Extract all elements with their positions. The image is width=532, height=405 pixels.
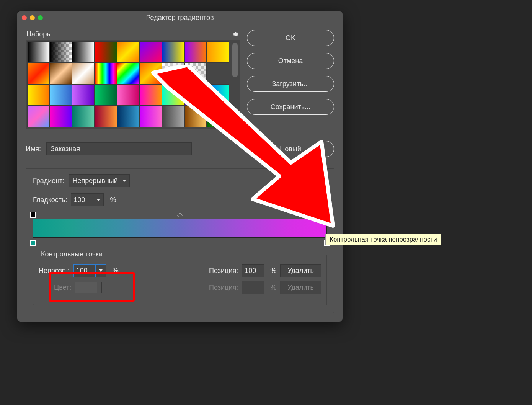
gradient-type-row: Градиент: Непрерывный [33,174,327,187]
preset-swatch[interactable] [50,84,72,106]
color-stop[interactable] [30,240,36,246]
gradient-type-label: Градиент: [33,177,65,185]
preset-swatch[interactable] [95,106,117,127]
traffic-lights [22,15,43,20]
preset-swatch[interactable] [27,106,50,127]
swatch-grid [27,41,229,128]
preset-swatch[interactable] [72,41,95,63]
position1-label: Позиция: [209,267,238,275]
ok-button[interactable]: OK [247,30,334,46]
gradient-editor-dialog: Редактор градиентов Наборы OK [17,11,343,322]
preset-swatch[interactable] [95,63,117,84]
minimize-window-button[interactable] [30,15,35,20]
preset-swatch[interactable] [162,84,184,106]
smoothness-suffix: % [110,196,116,204]
preset-swatch[interactable] [207,63,229,84]
smoothness-input[interactable] [71,193,93,206]
smoothness-stepper[interactable] [93,193,104,206]
preset-swatch[interactable] [139,106,162,127]
titlebar: Редактор градиентов [17,11,343,24]
color-swatch[interactable] [75,282,97,293]
position1-suffix: % [270,267,276,275]
gradient-bar-wrap [33,219,327,238]
position2-input[interactable] [242,281,264,294]
position2-suffix: % [270,284,276,292]
gradient-preview-bar[interactable] [33,219,327,238]
opacity-input-combo [73,264,106,277]
preset-swatch[interactable] [72,84,95,106]
opacity-label: Непрозр.: [39,267,70,275]
opacity-stepper[interactable] [96,264,106,277]
midpoint-diamond[interactable] [177,212,183,218]
preset-swatch[interactable] [27,63,50,84]
preset-swatch[interactable] [50,63,72,84]
close-window-button[interactable] [22,15,27,20]
preset-swatch[interactable] [27,84,50,106]
preset-swatch[interactable] [27,41,50,63]
load-button[interactable]: Загрузить... [247,76,334,92]
preset-swatch[interactable] [117,84,140,106]
opacity-stop[interactable] [30,212,36,218]
smoothness-label: Гладкость: [33,196,67,204]
stops-title: Контрольные точки [39,250,105,258]
color-label: Цвет: [54,284,71,292]
preset-swatch[interactable] [50,106,72,127]
presets-menu-button[interactable] [231,30,239,38]
preset-swatch[interactable] [162,63,184,84]
preset-swatch[interactable] [162,106,184,127]
opacity-stop[interactable] [324,212,330,218]
preset-swatch[interactable] [95,84,117,106]
opacity-input[interactable] [73,264,96,277]
preset-swatch[interactable] [162,41,184,63]
position1-input[interactable] [242,264,264,277]
preset-swatch[interactable] [50,41,72,63]
name-label: Имя: [26,145,41,153]
preset-swatch[interactable] [139,63,162,84]
action-buttons: OK Отмена Загрузить... Сохранить... [247,30,334,129]
preset-swatch[interactable] [184,41,207,63]
preset-swatch[interactable] [117,63,140,84]
preset-swatch[interactable] [117,41,140,63]
opacity-suffix: % [113,267,119,275]
new-button[interactable]: Новый [247,141,334,157]
preset-swatch[interactable] [117,106,140,127]
preset-swatch[interactable] [207,84,229,106]
smoothness-input-combo [71,193,104,206]
delete-opacity-stop-button[interactable]: Удалить [280,264,321,277]
preset-swatch[interactable] [139,41,162,63]
color-stepper[interactable] [101,282,102,293]
position2-label: Позиция: [209,284,238,292]
scrollbar-thumb[interactable] [232,43,238,77]
gradient-type-select[interactable]: Непрерывный [69,174,130,187]
gradient-name-input[interactable] [46,142,192,155]
preset-swatch[interactable] [184,84,207,106]
presets-section: Наборы [26,30,240,129]
chevron-down-icon [122,180,126,182]
gradient-panel: Градиент: Непрерывный Гладкость: % [26,168,334,313]
preset-swatch[interactable] [72,106,95,127]
smoothness-row: Гладкость: % [33,193,327,206]
save-button[interactable]: Сохранить... [247,99,334,115]
preset-swatch[interactable] [72,63,95,84]
color-stop-row: Цвет: Позиция: % Удалить [39,281,321,294]
gradient-type-value: Непрерывный [73,177,118,185]
preset-swatch[interactable] [207,106,229,127]
preset-swatch[interactable] [207,41,229,63]
opacity-stop-row: Непрозр.: % Позиция: % Удалить [39,264,321,277]
presets-box [26,40,240,129]
zoom-window-button[interactable] [38,15,43,20]
preset-swatch[interactable] [139,84,162,106]
chevron-down-icon [96,199,100,201]
gear-icon [232,31,238,37]
delete-color-stop-button: Удалить [280,281,321,294]
presets-scrollbar[interactable] [232,41,238,128]
preset-swatch[interactable] [184,106,207,127]
presets-label: Наборы [26,30,52,38]
dialog-title: Редактор градиентов [17,14,343,22]
dialog-content: Наборы OK Отмена Загрузить... Сохранить.… [17,24,343,322]
preset-swatch[interactable] [184,63,207,84]
preset-swatch[interactable] [95,41,117,63]
chevron-down-icon [99,269,103,272]
tooltip: Контрольная точка непрозрачности [325,234,441,245]
cancel-button[interactable]: Отмена [247,53,334,69]
